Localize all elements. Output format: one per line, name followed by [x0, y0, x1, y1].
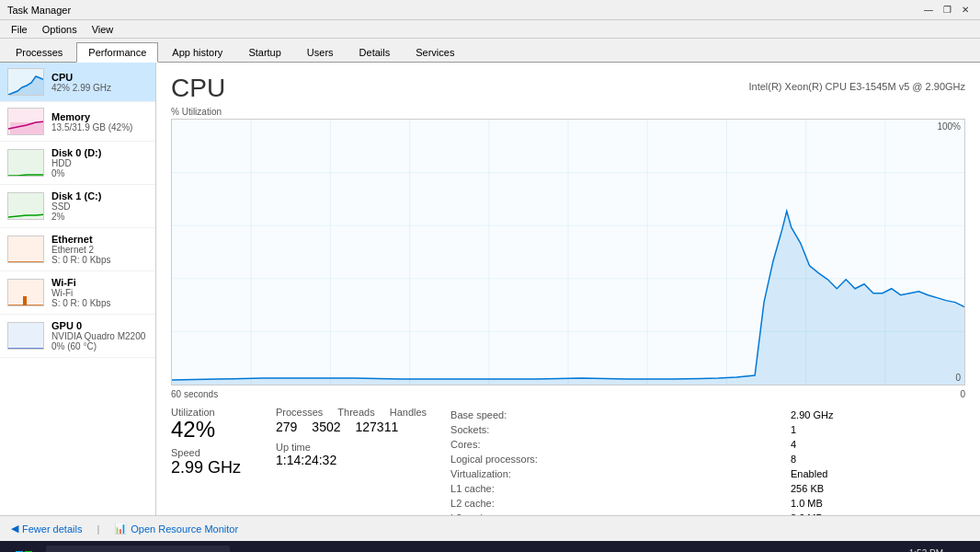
- chart-time: 60 seconds 0: [171, 389, 965, 399]
- ethernet-info: Ethernet Ethernet 2 S: 0 R: 0 Kbps: [51, 234, 148, 265]
- tab-users[interactable]: Users: [295, 42, 346, 62]
- tab-app-history[interactable]: App history: [160, 42, 234, 62]
- ethernet-thumbnail: [7, 236, 44, 263]
- separator: |: [97, 523, 99, 535]
- ethernet-speed: S: 0 R: 0 Kbps: [51, 255, 148, 265]
- clock: 1:53 PM 9/21/2024: [903, 547, 944, 552]
- sockets-value: 1: [791, 423, 963, 436]
- stats-right: Base speed: 2.90 GHz Sockets: 1 Cores: 4…: [449, 407, 965, 515]
- threads-value: 3502: [312, 420, 340, 434]
- close-button[interactable]: ✕: [958, 3, 973, 17]
- skype-button[interactable]: ✉: [357, 543, 386, 552]
- sidebar-item-cpu[interactable]: CPU 42% 2.99 GHz: [0, 63, 155, 102]
- open-resource-monitor-link[interactable]: 📊 Open Resource Monitor: [114, 523, 238, 535]
- svg-rect-1: [10, 122, 43, 134]
- window-controls: — ❐ ✕: [921, 3, 973, 17]
- cpu-usage: 42% 2.99 GHz: [51, 83, 148, 93]
- utilization-value: 42%: [171, 418, 254, 442]
- tab-startup[interactable]: Startup: [236, 42, 292, 62]
- l2-cache-label: L2 cache:: [450, 497, 789, 510]
- taskbar-search[interactable]: 🔍 Type here to search: [46, 546, 230, 552]
- l3-cache-label: L3 cache:: [450, 512, 789, 515]
- sidebar-item-ethernet[interactable]: Ethernet Ethernet 2 S: 0 R: 0 Kbps: [0, 228, 155, 271]
- chrome-button[interactable]: ◯: [325, 543, 355, 552]
- menu-options[interactable]: Options: [35, 22, 85, 37]
- stats-middle: Processes Threads Handles 279 3502 12731…: [276, 407, 427, 467]
- disk1-info: Disk 1 (C:) SSD 2%: [51, 190, 148, 222]
- chevron-left-icon: ◀: [11, 523, 18, 535]
- uptime-value: 1:14:24:32: [276, 453, 427, 467]
- speed-label: Speed: [171, 447, 254, 458]
- chart-time-label: 60 seconds: [171, 389, 218, 399]
- cpu-label: CPU: [51, 72, 148, 83]
- file-explorer-button[interactable]: 📁: [263, 543, 292, 552]
- util-label: % Utilization: [171, 107, 965, 117]
- minimize-button[interactable]: —: [921, 3, 936, 17]
- memory-info: Memory 13.5/31.9 GB (42%): [51, 111, 148, 132]
- disk0-thumbnail: [7, 149, 44, 177]
- gpu0-usage: 0% (60 °C): [51, 341, 148, 351]
- memory-label: Memory: [51, 111, 148, 122]
- tab-details[interactable]: Details: [348, 42, 403, 62]
- app2-button[interactable]: □: [450, 543, 480, 552]
- logical-processors-label: Logical processors:: [450, 453, 789, 466]
- cores-value: 4: [791, 438, 963, 451]
- sidebar: CPU 42% 2.99 GHz Memory 13.5/31.9 GB (42…: [0, 63, 156, 515]
- wifi-adapter: Wi-Fi: [51, 288, 148, 298]
- cpu-info: CPU 42% 2.99 GHz: [51, 72, 148, 93]
- menu-view[interactable]: View: [85, 22, 121, 37]
- chart-svg: [172, 120, 964, 385]
- ethernet-label: Ethernet: [51, 234, 148, 245]
- stats-left: Utilization 42% Speed 2.99 GHz: [171, 407, 254, 477]
- app3-button[interactable]: ▢: [513, 543, 542, 552]
- taskview-button[interactable]: ☷: [232, 543, 261, 552]
- content-header: CPU Intel(R) Xeon(R) CPU E3-1545M v5 @ 2…: [171, 74, 965, 103]
- notification-button[interactable]: ▣: [947, 543, 976, 552]
- sockets-label: Sockets:: [450, 423, 789, 436]
- speed-value: 2.99 GHz: [171, 458, 254, 477]
- disk0-type: HDD: [51, 158, 148, 168]
- proc-thread-handles-values: 279 3502 127311: [276, 420, 427, 434]
- page-title: CPU: [171, 74, 225, 103]
- menu-file[interactable]: File: [4, 22, 35, 37]
- gpu0-label: GPU 0: [51, 320, 148, 331]
- gpu0-thumbnail: [7, 322, 44, 350]
- l1-cache-label: L1 cache:: [450, 482, 789, 495]
- threads-label: Threads: [337, 407, 374, 418]
- tab-processes[interactable]: Processes: [4, 42, 74, 62]
- wifi-speed: S: 0 R: 0 Kbps: [51, 298, 148, 308]
- chart-min-label: 0: [955, 373, 961, 383]
- sidebar-item-disk0[interactable]: Disk 0 (D:) HDD 0%: [0, 142, 155, 185]
- virtualization-label: Virtualization:: [450, 467, 789, 480]
- taskbar-right: ☁ 32°C Haze ▲ ⎘ 🔊 ENG 1:53 PM 9/21/2024 …: [745, 543, 976, 552]
- title-bar: Task Manager — ❐ ✕: [0, 0, 980, 20]
- start-button[interactable]: [4, 543, 44, 552]
- tab-services[interactable]: Services: [404, 42, 466, 62]
- bottom-bar: ◀ Fewer details | 📊 Open Resource Monito…: [0, 515, 980, 541]
- cpu-chart: 100% 0: [171, 119, 965, 385]
- main-area: CPU 42% 2.99 GHz Memory 13.5/31.9 GB (42…: [0, 63, 980, 515]
- terminal-button[interactable]: ▬: [294, 543, 324, 552]
- sidebar-item-disk1[interactable]: Disk 1 (C:) SSD 2%: [0, 185, 155, 228]
- menu-bar: File Options View: [0, 20, 980, 39]
- l1-cache-value: 256 KB: [791, 482, 963, 495]
- cpu-thumbnail: [7, 68, 44, 96]
- fewer-details-link[interactable]: ◀ Fewer details: [11, 523, 82, 535]
- l3-cache-value: 8.0 MB: [791, 512, 963, 515]
- settings-button[interactable]: ⚙: [482, 543, 511, 552]
- disk0-usage: 0%: [51, 168, 148, 178]
- sidebar-item-wifi[interactable]: Wi-Fi Wi-Fi S: 0 R: 0 Kbps: [0, 271, 155, 315]
- sidebar-item-memory[interactable]: Memory 13.5/31.9 GB (42%): [0, 102, 155, 142]
- base-speed-value: 2.90 GHz: [791, 408, 963, 421]
- memory-usage: 13.5/31.9 GB (42%): [51, 122, 148, 132]
- base-speed-label: Base speed:: [450, 408, 789, 421]
- svg-marker-0: [8, 76, 44, 96]
- disk1-type: SSD: [51, 201, 148, 212]
- restore-button[interactable]: ❐: [940, 3, 954, 17]
- time-display: 1:53 PM: [903, 547, 944, 552]
- browser2-button[interactable]: ○: [388, 543, 417, 552]
- monitor-icon: 📊: [114, 523, 127, 535]
- app1-button[interactable]: ■: [419, 543, 449, 552]
- sidebar-item-gpu0[interactable]: GPU 0 NVIDIA Quadro M2200 0% (60 °C): [0, 315, 155, 358]
- tab-performance[interactable]: Performance: [76, 42, 158, 63]
